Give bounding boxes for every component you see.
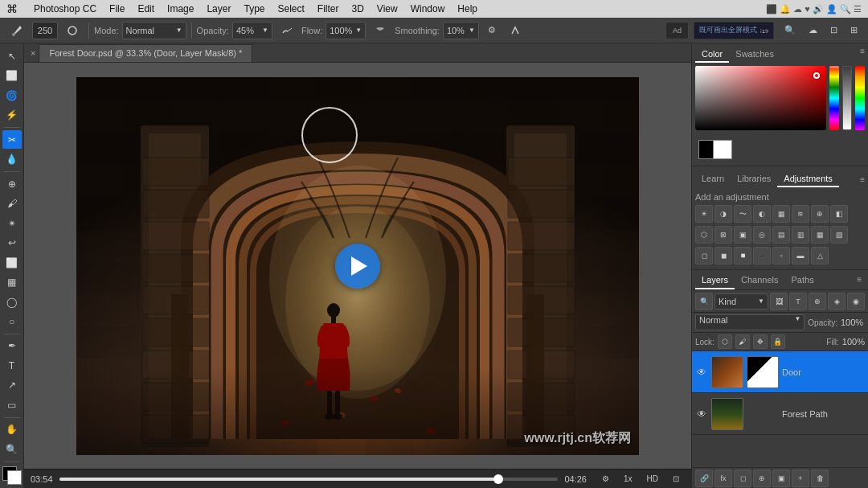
adj-icon-11[interactable]: ◽ <box>734 247 751 265</box>
arrange-btn[interactable]: ⊞ <box>845 21 863 40</box>
progress-thumb[interactable] <box>493 474 503 484</box>
brush-tool-icon[interactable] <box>5 21 29 40</box>
clone-stamp-tool[interactable]: ✴ <box>2 214 22 232</box>
menu-file[interactable]: File <box>103 0 131 18</box>
lock-image-btn[interactable]: 🖌 <box>735 334 750 349</box>
crop-tool[interactable]: ✂ <box>2 130 22 149</box>
hand-tool[interactable]: ✋ <box>2 420 22 439</box>
adj-icon-10[interactable]: ◼ <box>714 247 732 265</box>
healing-tool[interactable]: ⊕ <box>2 174 22 193</box>
adj-icon-12[interactable]: ◾ <box>753 247 771 265</box>
history-brush-tool[interactable]: ↩ <box>2 233 22 252</box>
layer-visibility-door[interactable]: 👁 <box>695 366 708 379</box>
move-tool[interactable]: ↖ <box>2 47 22 65</box>
group-layer-btn[interactable]: ▣ <box>772 470 790 487</box>
curves-btn[interactable]: 〜 <box>734 205 751 223</box>
delete-layer-btn[interactable]: 🗑 <box>811 470 829 487</box>
pressure-btn[interactable] <box>505 21 526 40</box>
dodge-tool[interactable]: ○ <box>2 312 22 330</box>
exposure-btn[interactable]: ◐ <box>753 205 771 223</box>
menu-image[interactable]: Image <box>161 0 200 18</box>
document-tab[interactable]: Forest Door.psd @ 33.3% (Door, Layer Mas… <box>39 44 252 62</box>
layer-filter-adjustment[interactable]: ⊕ <box>809 293 826 310</box>
color-panel-menu[interactable]: ≡ <box>860 47 865 63</box>
tab-color[interactable]: Color <box>695 47 729 63</box>
brush-preset-btn[interactable] <box>61 21 84 40</box>
mode-dropdown[interactable]: Normal ▼ <box>122 22 186 39</box>
opacity-control[interactable]: 45% ▼ <box>232 22 272 39</box>
adj-icon-14[interactable]: ▬ <box>792 247 809 265</box>
layer-filter-image[interactable]: 🖼 <box>770 293 788 310</box>
layer-mask-door[interactable] <box>747 356 779 388</box>
fill-value[interactable]: 100% <box>842 337 865 347</box>
layer-filter-smart[interactable]: ◈ <box>828 293 845 310</box>
eyedropper-tool[interactable]: 💧 <box>2 150 22 168</box>
zoom-tool[interactable]: 🔍 <box>2 440 22 458</box>
adjustments-panel-menu[interactable]: ≡ <box>860 175 865 184</box>
threshold-btn[interactable]: ▥ <box>792 226 809 244</box>
blur-tool[interactable]: ◯ <box>2 293 22 311</box>
bw-btn[interactable]: ◧ <box>830 205 848 223</box>
ad-banner[interactable]: Ad <box>665 22 689 39</box>
flow-icon[interactable] <box>369 21 391 40</box>
menu-filter[interactable]: Filter <box>311 0 346 18</box>
playback-settings-btn[interactable]: ⚙ <box>596 470 615 489</box>
menu-type[interactable]: Type <box>237 0 271 18</box>
gradient-map-btn[interactable]: ▦ <box>811 226 829 244</box>
marquee-tool[interactable]: ⬜ <box>2 66 22 84</box>
tab-paths[interactable]: Paths <box>785 272 821 289</box>
lasso-tool[interactable]: 🌀 <box>2 86 22 105</box>
lock-position-btn[interactable]: ✥ <box>753 334 768 349</box>
tab-layers[interactable]: Layers <box>695 272 735 289</box>
layer-item-door[interactable]: 👁 Door <box>692 351 868 393</box>
fit-screen-btn[interactable]: ⊡ <box>825 21 843 40</box>
menu-select[interactable]: Select <box>271 0 310 18</box>
layer-item-forest[interactable]: 👁 Forest Path <box>692 393 868 435</box>
layer-effects-btn[interactable]: fx <box>714 470 732 487</box>
eraser-tool[interactable]: ⬜ <box>2 253 22 272</box>
layer-filter-toggle[interactable]: ◉ <box>847 293 865 310</box>
color-balance-btn[interactable]: ⊕ <box>811 205 829 223</box>
adjustment-layer-btn[interactable]: ⊕ <box>753 470 771 487</box>
play-button[interactable] <box>335 244 380 289</box>
layer-visibility-forest[interactable]: 👁 <box>695 408 708 420</box>
adj-icon-9[interactable]: ◻ <box>695 247 713 265</box>
speed-btn[interactable]: 1x <box>618 470 638 489</box>
kind-filter-dropdown[interactable]: Kind ▼ <box>714 293 768 310</box>
lock-transparent-btn[interactable]: ⬡ <box>718 334 732 349</box>
menu-window[interactable]: Window <box>404 0 452 18</box>
link-layers-btn[interactable]: 🔗 <box>695 470 713 487</box>
brush-size-input[interactable]: 250 <box>32 22 58 39</box>
foreground-color-swatch[interactable] <box>2 466 22 485</box>
kind-filter-icon[interactable]: 🔍 <box>695 293 713 310</box>
tab-channels[interactable]: Channels <box>735 272 784 289</box>
color-lookup-btn[interactable]: ▣ <box>734 226 751 244</box>
photo-filter-btn[interactable]: ⬡ <box>695 226 713 244</box>
external-link-btn[interactable]: ⊡ <box>667 470 685 489</box>
hue-slider[interactable] <box>829 66 839 130</box>
menu-photoshop-cc[interactable]: Photoshop CC <box>27 0 103 18</box>
levels-btn[interactable]: ◑ <box>714 205 732 223</box>
quick-select-tool[interactable]: ⚡ <box>2 105 22 124</box>
layers-panel-menu[interactable]: ≡ <box>854 272 865 289</box>
background-color[interactable] <box>713 140 732 159</box>
progress-track[interactable] <box>59 478 559 481</box>
invert-btn[interactable]: ◎ <box>753 226 771 244</box>
close-icon[interactable]: × <box>31 48 35 58</box>
adj-icon-15[interactable]: △ <box>811 247 829 265</box>
menu-view[interactable]: View <box>371 0 404 18</box>
menu-layer[interactable]: Layer <box>200 0 237 18</box>
menu-3d[interactable]: 3D <box>346 0 371 18</box>
text-tool[interactable]: T <box>2 356 22 375</box>
color-gradient-picker[interactable] <box>695 66 826 130</box>
menu-edit[interactable]: Edit <box>131 0 161 18</box>
flow-control[interactable]: 100% ▼ <box>326 22 366 39</box>
brush-tool[interactable]: 🖌 <box>2 194 22 212</box>
smoothing-options-btn[interactable]: ⚙ <box>482 21 502 40</box>
layer-filter-text[interactable]: T <box>789 293 807 310</box>
pen-tool[interactable]: ✒ <box>2 337 22 355</box>
blend-mode-dropdown[interactable]: Normal ▼ <box>695 314 805 330</box>
opacity-value[interactable]: 100% <box>841 318 865 327</box>
alpha-slider[interactable] <box>842 66 852 130</box>
layer-mask-btn[interactable]: ◻ <box>734 470 751 487</box>
